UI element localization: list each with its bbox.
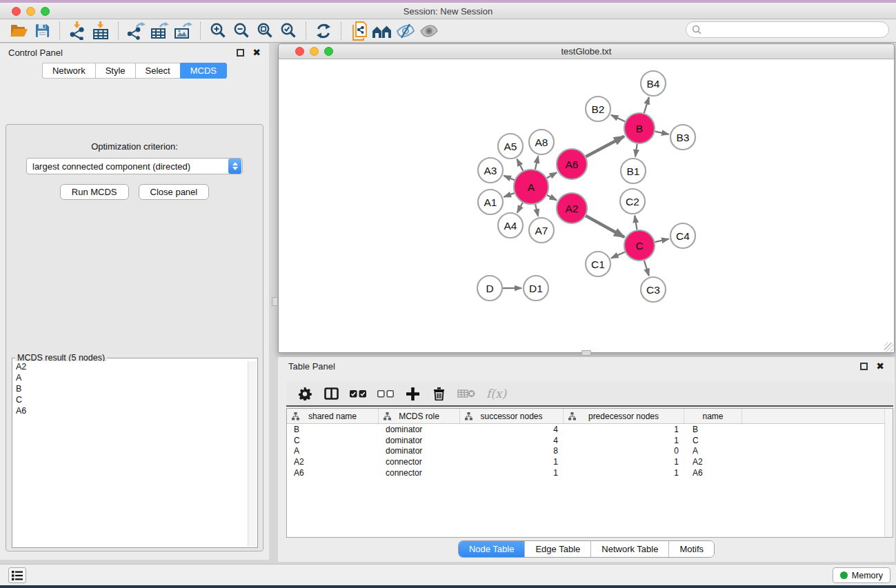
- network-from-file-icon[interactable]: [347, 21, 370, 41]
- cell-successor-nodes[interactable]: 8: [460, 446, 564, 456]
- run-mcds-button[interactable]: Run MCDS: [60, 184, 129, 200]
- window-resize-grip[interactable]: [884, 343, 893, 352]
- cell-shared-name[interactable]: A: [287, 446, 379, 456]
- first-neighbors-icon[interactable]: [370, 21, 394, 41]
- mcds-result-item[interactable]: A2: [13, 361, 247, 372]
- edge-B-B4[interactable]: [644, 97, 649, 113]
- task-history-button[interactable]: [8, 567, 26, 583]
- open-session-icon[interactable]: [7, 21, 30, 41]
- cell-successor-nodes[interactable]: 4: [460, 425, 564, 434]
- edge-A-A6[interactable]: [547, 172, 557, 178]
- cell-predecessor-nodes[interactable]: 1: [564, 468, 684, 478]
- cell-successor-nodes[interactable]: 4: [460, 436, 564, 445]
- apply-function-icon[interactable]: f(x): [486, 385, 506, 403]
- import-network-icon[interactable]: [66, 21, 89, 41]
- show-graphics-details-icon[interactable]: [417, 21, 441, 41]
- cell-predecessor-nodes[interactable]: 0: [564, 446, 684, 456]
- delete-table-icon[interactable]: [457, 385, 475, 403]
- tab-motifs[interactable]: Motifs: [669, 541, 714, 557]
- cell-name[interactable]: A6: [684, 468, 742, 478]
- cell-shared-name[interactable]: B: [287, 425, 379, 434]
- zoom-in-icon[interactable]: [206, 21, 230, 41]
- edge-A-A3[interactable]: [504, 176, 514, 180]
- cell-predecessor-nodes[interactable]: 1: [564, 436, 684, 445]
- close-panel-icon[interactable]: ✖: [252, 48, 261, 57]
- cell-mcds-role[interactable]: dominator: [379, 436, 460, 445]
- show-columns-icon[interactable]: [323, 385, 339, 403]
- save-session-icon[interactable]: [30, 21, 54, 41]
- edge-A-A5[interactable]: [517, 159, 524, 171]
- cell-shared-name[interactable]: A6: [287, 468, 379, 478]
- table-row-C[interactable]: Cdominator41C: [287, 435, 893, 446]
- mcds-result-item[interactable]: C: [13, 394, 247, 405]
- float-table-panel-icon[interactable]: [860, 363, 868, 370]
- tab-select[interactable]: Select: [135, 63, 180, 79]
- zoom-selected-icon[interactable]: [277, 21, 300, 41]
- split-divider-handle[interactable]: [272, 297, 278, 306]
- zoom-fit-icon[interactable]: [253, 21, 277, 41]
- column-header-predecessor-nodes[interactable]: predecessor nodes: [564, 409, 684, 423]
- cell-name[interactable]: A2: [684, 457, 742, 467]
- close-panel-button[interactable]: Close panel: [139, 184, 210, 200]
- select-all-rows-icon[interactable]: [350, 385, 366, 403]
- column-header-shared-name[interactable]: shared name: [287, 409, 379, 423]
- cell-successor-nodes[interactable]: 1: [460, 457, 564, 467]
- search-input[interactable]: [701, 23, 888, 36]
- zoom-out-icon[interactable]: [230, 21, 253, 41]
- network-canvas[interactable]: AA6A2BCA5A8A3A1A4A7B2B4B3B1C2C4C1C3DD1: [279, 59, 894, 352]
- edge-B-B2[interactable]: [611, 115, 625, 121]
- export-network-icon[interactable]: [124, 21, 148, 41]
- tab-node-table[interactable]: Node Table: [459, 541, 526, 557]
- mcds-result-item[interactable]: A6: [13, 405, 247, 416]
- float-panel-icon[interactable]: [237, 49, 244, 57]
- edge-C-C4[interactable]: [655, 239, 668, 242]
- hide-graphics-details-icon[interactable]: [394, 21, 417, 41]
- edge-A-A4[interactable]: [517, 203, 523, 213]
- tab-edge-table[interactable]: Edge Table: [525, 541, 591, 557]
- close-table-panel-icon[interactable]: ✖: [876, 361, 884, 371]
- memory-button[interactable]: Memory: [833, 567, 890, 583]
- table-row-A2[interactable]: A2connector11A2: [287, 456, 893, 467]
- cell-mcds-role[interactable]: dominator: [379, 446, 460, 456]
- edge-B-B1[interactable]: [635, 144, 637, 156]
- edge-C-C1[interactable]: [611, 252, 625, 258]
- split-divider-handle[interactable]: [581, 350, 591, 356]
- search-box[interactable]: [686, 21, 889, 38]
- network-window-titlebar[interactable]: testGlobe.txt: [279, 44, 894, 59]
- column-header-successor-nodes[interactable]: successor nodes: [460, 409, 564, 423]
- mcds-result-list[interactable]: A2ABCA6: [13, 361, 247, 547]
- tab-network-table[interactable]: Network Table: [591, 541, 669, 557]
- criterion-select[interactable]: largest connected component (directed): [26, 158, 243, 174]
- edge-C-C2[interactable]: [635, 216, 637, 230]
- edge-B-B3[interactable]: [655, 132, 669, 134]
- edge-A6-B[interactable]: [586, 136, 624, 157]
- export-table-icon[interactable]: [148, 21, 171, 41]
- tab-mcds[interactable]: MCDS: [180, 63, 227, 79]
- add-row-icon[interactable]: [405, 385, 420, 403]
- network-graph[interactable]: AA6A2BCA5A8A3A1A4A7B2B4B3B1C2C4C1C3DD1: [279, 59, 894, 352]
- cell-predecessor-nodes[interactable]: 1: [564, 425, 684, 434]
- cell-mcds-role[interactable]: dominator: [379, 425, 460, 434]
- deselect-all-rows-icon[interactable]: [377, 385, 394, 403]
- refresh-layout-icon[interactable]: [312, 21, 335, 41]
- delete-rows-icon[interactable]: [431, 385, 446, 403]
- table-scrollbar[interactable]: [884, 409, 893, 537]
- import-table-icon[interactable]: [89, 21, 112, 41]
- cell-successor-nodes[interactable]: 1: [460, 468, 564, 478]
- edge-A2-C[interactable]: [586, 216, 624, 237]
- export-image-icon[interactable]: [171, 21, 195, 41]
- cell-mcds-role[interactable]: connector: [379, 457, 460, 467]
- table-row-A6[interactable]: A6connector11A6: [287, 467, 893, 478]
- table-row-B[interactable]: Bdominator41B: [287, 424, 893, 435]
- mcds-result-item[interactable]: A: [13, 372, 247, 383]
- column-header-name[interactable]: name: [684, 409, 742, 423]
- edge-A-A7[interactable]: [535, 204, 538, 216]
- cell-name[interactable]: B: [684, 425, 742, 434]
- table-settings-icon[interactable]: [297, 385, 312, 403]
- edge-A-A1[interactable]: [504, 193, 515, 197]
- mcds-result-scrollbar[interactable]: [248, 361, 257, 547]
- edge-C-C3[interactable]: [644, 261, 649, 276]
- cell-mcds-role[interactable]: connector: [379, 468, 460, 478]
- edge-A-A8[interactable]: [535, 156, 538, 169]
- cell-name[interactable]: A: [684, 446, 742, 456]
